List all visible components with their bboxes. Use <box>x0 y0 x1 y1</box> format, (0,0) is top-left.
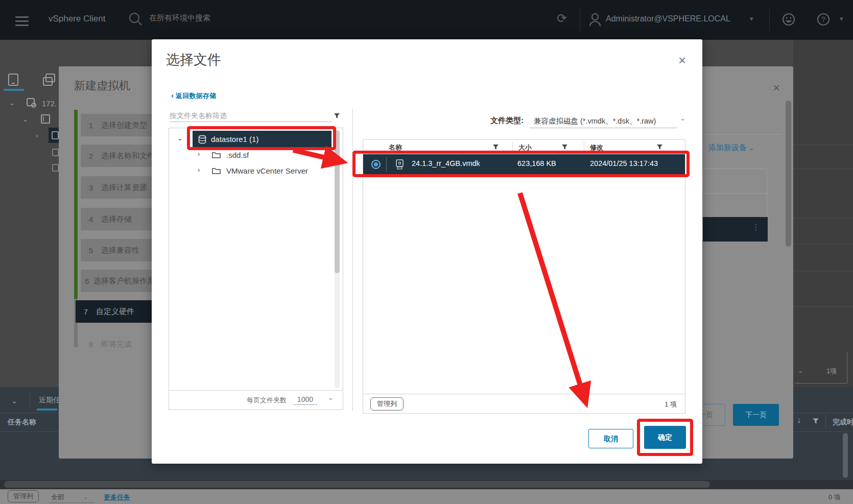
tasks-col-completion[interactable]: 完成时间 <box>833 418 853 427</box>
vcenter-icon <box>26 97 38 109</box>
user-menu[interactable]: Administrator@VSPHERE.LOCAL <box>606 14 730 23</box>
sort-down-icon[interactable]: ↓ <box>797 416 801 425</box>
device-summary-box: ⋮ <box>702 169 767 241</box>
help-chevron-down-icon[interactable]: ▾ <box>840 15 843 22</box>
tree-footer: 每页文件夹数 1000 ⌄ <box>169 390 343 410</box>
root-expand-chevron-icon[interactable]: ⌄ <box>177 134 183 142</box>
col-name-filter-icon[interactable] <box>492 144 499 151</box>
refresh-icon[interactable]: ⟳ <box>557 11 567 26</box>
tree-host-label[interactable]: 172. <box>42 99 57 108</box>
folder-icon <box>212 151 221 159</box>
child-collapse-chevron-icon[interactable]: › <box>198 150 200 158</box>
wizard-scrollbar[interactable] <box>786 101 791 247</box>
add-device-link[interactable]: 添加新设备 ⌄ <box>708 143 754 153</box>
vm-icon-2[interactable] <box>52 148 59 157</box>
wizard-step-3[interactable]: 3选择计算资源 <box>81 176 162 199</box>
wizard-title: 新建虚拟机 <box>74 78 130 93</box>
tasks-items-count: 0 项 <box>828 493 841 502</box>
vm-icon-selected <box>51 131 59 140</box>
tree-item-vcenter-server[interactable]: VMware vCenter Server <box>226 166 308 175</box>
tree-scrollbar-track[interactable] <box>335 130 340 388</box>
tasks-filter-all-dropdown[interactable]: 全部 <box>51 493 64 502</box>
page-size-chevron-down-icon[interactable]: ⌄ <box>328 394 334 401</box>
vm-icon-3[interactable] <box>52 163 59 172</box>
wizard-progress-bar <box>74 110 78 299</box>
file-type-label: 文件类型: <box>490 116 524 126</box>
svg-text:?: ? <box>821 15 825 23</box>
folder-tree-panel: ⌄ datastore1 (1) › .sdd.sf › VMware vCen… <box>169 128 343 410</box>
wizard-step-1[interactable]: 1选择创建类型 <box>81 114 162 136</box>
annotation-box-file-row <box>352 151 690 177</box>
select-file-dialog: 选择文件 × ‹ 返回数据存储 ⌄ datastore1 (1) › <box>152 39 702 464</box>
wizard-step-6[interactable]: 6选择客户机操作系统 <box>81 270 162 292</box>
user-icon <box>588 12 602 27</box>
help-icon[interactable]: ? <box>816 12 831 27</box>
tree-scrollbar-thumb[interactable] <box>335 130 340 273</box>
dialog-title: 选择文件 <box>166 51 221 69</box>
user-chevron-down-icon[interactable]: ▾ <box>750 15 753 22</box>
tree-expand-icon[interactable]: ⌄ <box>9 99 15 107</box>
tasks-footer-bar: 管理列 全部 ⌄ 更多任务 0 项 <box>0 489 853 504</box>
table-items-count: 1 项 <box>665 400 677 409</box>
wizard-step-4[interactable]: 4选择存储 <box>81 208 162 230</box>
page-items-count: 1项 <box>826 367 837 376</box>
folder-filter-input[interactable] <box>170 109 332 122</box>
col-modified-filter-icon[interactable] <box>656 144 663 151</box>
child-collapse-chevron-icon2[interactable]: › <box>198 166 200 174</box>
header-divider2 <box>769 9 770 31</box>
page-size-label: 每页文件夹数 <box>247 396 287 405</box>
back-to-datastore-link[interactable]: ‹ 返回数据存储 <box>171 91 216 101</box>
file-type-chevron-down-icon[interactable]: ⌄ <box>680 114 685 122</box>
page-size-chevron-icon[interactable]: ⌄ <box>798 367 803 374</box>
wizard-step-8[interactable]: 8即将完成 <box>81 333 162 355</box>
back-chevron-icon: ‹ <box>171 91 174 100</box>
cancel-button[interactable]: 取消 <box>588 429 633 448</box>
col-size-filter-icon[interactable] <box>561 144 568 151</box>
horizontal-scrollbar[interactable] <box>4 481 710 488</box>
tasks-tab-underline <box>37 409 57 411</box>
wizard-step-7-active[interactable]: 7自定义硬件 <box>76 300 157 323</box>
hamburger-menu-icon[interactable] <box>15 14 29 29</box>
tree-collapse-icon[interactable]: › <box>36 132 38 139</box>
annotation-box-ok-button <box>637 419 693 456</box>
table-footer: 管理列 1 项 <box>363 394 685 413</box>
screen: vSphere Client ⟳ Administrator@VSPHERE.L… <box>0 0 853 504</box>
feedback-smiley-icon[interactable] <box>781 12 796 27</box>
tasks-filter-icon[interactable] <box>812 418 819 425</box>
file-table-panel: 名称 大小 修改 <box>363 139 685 414</box>
wizard-close-icon[interactable]: × <box>773 81 780 95</box>
selected-device-row[interactable]: ⋮ <box>703 217 768 242</box>
wizard-step-2[interactable]: 2选择名称和文件夹 <box>81 145 162 167</box>
wizard-step-5[interactable]: 5选择兼容性 <box>81 239 162 261</box>
filter-all-chevron-icon[interactable]: ⌄ <box>83 494 88 500</box>
active-tab-underline <box>4 89 24 91</box>
hosts-tab-icon[interactable] <box>6 73 20 87</box>
folder-icon2 <box>212 167 221 175</box>
tree-expand-icon2[interactable]: ⌄ <box>22 115 28 123</box>
header-divider <box>580 9 580 31</box>
global-search-input[interactable] <box>149 13 333 22</box>
manage-columns-button[interactable]: 管理列 <box>370 397 404 411</box>
tasks-manage-columns-button[interactable]: 管理列 <box>8 490 39 502</box>
more-tasks-link[interactable]: 更多任务 <box>104 493 130 502</box>
background-sidebar: ⌄ 172. ⌄ › <box>0 40 59 387</box>
tasks-col-task-name[interactable]: 任务名称 <box>8 418 36 427</box>
dialog-close-icon[interactable]: × <box>678 55 686 66</box>
folder-filter-funnel-icon[interactable] <box>334 113 340 119</box>
vms-tab-icon[interactable] <box>42 73 56 87</box>
tree-item-sdd-sf[interactable]: .sdd.sf <box>226 151 249 159</box>
tasks-scrollbar[interactable] <box>843 433 848 478</box>
brand-title: vSphere Client <box>49 14 106 24</box>
search-icon[interactable] <box>128 11 143 27</box>
page-size-value[interactable]: 1000 <box>293 395 317 405</box>
background-page-strip: ⌄ 1项 <box>793 40 853 387</box>
host-icon <box>40 113 51 125</box>
bottom-scroll-region <box>0 480 853 489</box>
tasks-collapse-chevron-icon[interactable]: ⌄ <box>11 396 18 405</box>
next-page-button[interactable]: 下一页 <box>733 404 779 426</box>
app-header: vSphere Client ⟳ Administrator@VSPHERE.L… <box>0 0 853 40</box>
kebab-menu-icon[interactable]: ⋮ <box>752 222 760 232</box>
file-type-dropdown[interactable]: 兼容虚拟磁盘 (*.vmdk、*.dsk、*.raw) <box>534 116 656 126</box>
annotation-box-datastore <box>187 126 336 150</box>
